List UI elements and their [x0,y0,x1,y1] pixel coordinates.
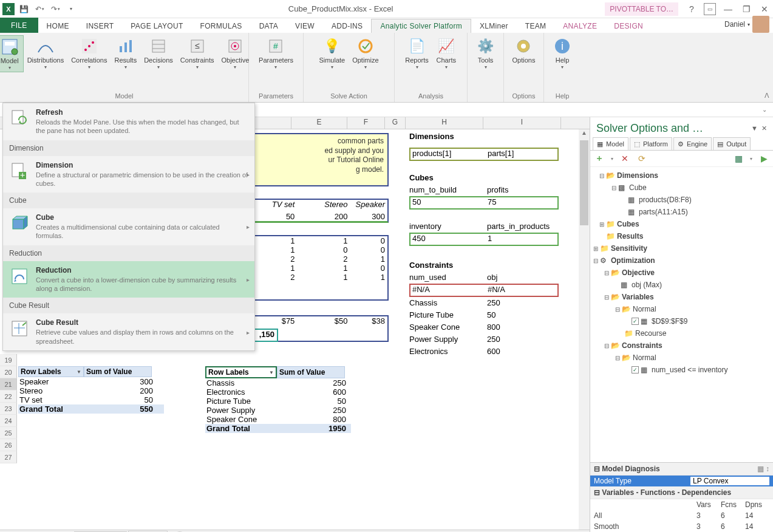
delete-button[interactable]: ✕ [619,153,630,164]
tab-data[interactable]: DATA [251,19,287,33]
collapse-icon[interactable]: ⊟ [613,355,622,361]
collapse-icon[interactable]: ⊟ [602,294,611,301]
row-21[interactable]: 21 [0,378,17,390]
collapse-icon[interactable]: ⊟ [602,270,611,276]
help-button-ribbon[interactable]: i Help▾ [548,35,576,71]
add-button[interactable]: ＋ [594,153,605,164]
user-account[interactable]: Daniel▾ [724,16,773,33]
close-button[interactable]: ✕ [758,3,771,15]
col-E[interactable]: E [291,117,347,129]
model-button[interactable]: Model▾ [0,35,24,72]
correlations-icon [80,36,99,56]
tab-analytic-solver[interactable]: Analytic Solver Platform [371,19,471,33]
collapse-ribbon[interactable]: ᐱ [764,92,769,100]
excel-link-button[interactable]: ▦ [733,153,744,164]
checkbox[interactable]: ✓ [632,318,639,325]
model-tree[interactable]: ⊟📂Dimensions ⊟▩Cube ▦products(D8:F8) ▦pa… [590,167,773,462]
col-G[interactable]: G [385,117,406,129]
tab-formulas[interactable]: FORMULAS [192,19,251,33]
scroll-thumb[interactable] [580,140,588,225]
vertical-scrollbar[interactable]: ▲ ▼ [579,129,590,532]
collapse-icon[interactable]: ⊟ [602,343,611,349]
help-button[interactable]: ? [686,3,698,15]
pivottable-tools-tab[interactable]: PIVOTTABLE TO… [605,2,678,16]
menu-refresh[interactable]: RefreshReloads the Model Pane. Use this … [3,103,254,140]
reports-button[interactable]: 📄 Reports▾ [401,35,432,71]
refresh-pane-button[interactable]: ⟳ [636,153,647,164]
menu-reduction[interactable]: ReductionConvert a cube into a lower-dim… [3,261,254,298]
tab-design[interactable]: DESIGN [605,19,652,33]
tab-insert[interactable]: INSERT [78,19,123,33]
collapse-icon[interactable]: ⊟ [591,257,600,264]
pane-tab-platform[interactable]: ⬚Platform [630,137,672,150]
tab-addins[interactable]: ADD-INS [323,19,371,33]
objective-button[interactable]: Objective▾ [218,35,253,71]
col-H[interactable]: H [406,117,483,129]
pane-close[interactable]: ✕ [761,124,767,132]
refresh-icon [9,108,30,129]
distributions-button[interactable]: Distributions▾ [24,35,68,71]
results-button[interactable]: Results▾ [111,35,140,71]
filter-dropdown-icon[interactable]: ▼ [269,370,274,375]
expand-formula-bar[interactable]: ⌄ [762,106,767,113]
col-F[interactable]: F [347,117,385,129]
row-26[interactable]: 26 [0,439,17,451]
ribbon-display-button[interactable]: ▭ [704,3,716,15]
solver-task-pane: Solver Options and … ▼✕ ▦Model ⬚Platform… [590,117,773,532]
menu-dimension[interactable]: + DimensionDefine a structural or parame… [3,156,254,193]
decisions-button[interactable]: Decisions▾ [140,35,177,71]
diag-model-type[interactable]: Model TypeLP Convex [590,476,773,486]
pivot-table-2[interactable]: Row Labels▼ Sum of Value Chassis250 Elec… [205,366,351,433]
checkbox[interactable]: ✓ [632,366,639,373]
svg-point-2 [12,49,18,55]
tab-file[interactable]: FILE [0,18,38,33]
simulate-button[interactable]: 💡 Simulate▾ [315,35,349,71]
tab-page-layout[interactable]: PAGE LAYOUT [122,19,191,33]
save-button[interactable]: 💾 [18,4,29,15]
charts-button[interactable]: 📈 Charts▾ [432,35,460,71]
constraints-button[interactable]: ≤ Constraints▾ [177,35,218,71]
minimize-button[interactable]: — [722,3,734,15]
row-27[interactable]: 27 [0,451,17,463]
row-22[interactable]: 22 [0,390,17,403]
tools-button[interactable]: ⚙️ Tools▾ [472,35,500,71]
collapse-icon[interactable]: ⊟ [598,172,606,179]
tab-xlminer[interactable]: XLMiner [471,19,517,33]
col-I[interactable]: I [483,117,561,129]
optimize-button[interactable]: Optimize▾ [349,35,382,71]
parameters-icon: # [266,36,285,56]
collapse-icon[interactable]: ⊟ [613,306,622,313]
diag-controls[interactable]: ▦ ↕ [757,465,769,473]
tab-home[interactable]: HOME [38,19,78,33]
collapse-icon[interactable]: ⊟ [610,185,618,191]
row-24[interactable]: 24 [0,415,17,427]
run-button[interactable]: ▶ [758,153,769,164]
restore-button[interactable]: ❐ [740,3,752,15]
undo-button[interactable]: ↶▾ [34,4,45,15]
menu-section-cube-result: Cube Result [3,298,254,313]
menu-cube[interactable]: CubeCreates a multidimensional cube cont… [3,208,254,245]
tab-analyze[interactable]: ANALYZE [554,19,605,33]
menu-cube-result[interactable]: Cube ResultRetrieve cube values and disp… [3,313,254,350]
expand-icon[interactable]: ⊞ [598,221,606,228]
row-19[interactable]: 19 [0,354,17,366]
pivot-table-1[interactable]: Row Labels▼ Sum of Value Speaker300 Ster… [18,366,164,414]
row-25[interactable]: 25 [0,427,17,439]
options-button[interactable]: Options [509,35,539,65]
pane-tab-model[interactable]: ▦Model [593,137,628,150]
filter-dropdown-icon[interactable]: ▼ [77,369,81,375]
tab-team[interactable]: TEAM [517,19,555,33]
pane-dropdown[interactable]: ▼ [751,124,758,132]
parameters-button[interactable]: # Parameters▾ [255,35,297,71]
expand-icon[interactable]: ⊞ [591,245,600,252]
redo-button[interactable]: ↷▾ [50,4,61,15]
correlations-button[interactable]: Correlations▾ [67,35,111,71]
tab-view[interactable]: VIEW [287,19,323,33]
row-23[interactable]: 23 [0,403,17,415]
svg-point-4 [84,49,87,51]
scroll-up[interactable]: ▲ [579,129,590,140]
row-20[interactable]: 20 [0,366,17,378]
pane-tab-output[interactable]: ▤Output [713,137,751,150]
pane-tab-engine[interactable]: ⚙Engine [673,137,712,150]
qat-customize[interactable]: ▾ [66,4,77,15]
